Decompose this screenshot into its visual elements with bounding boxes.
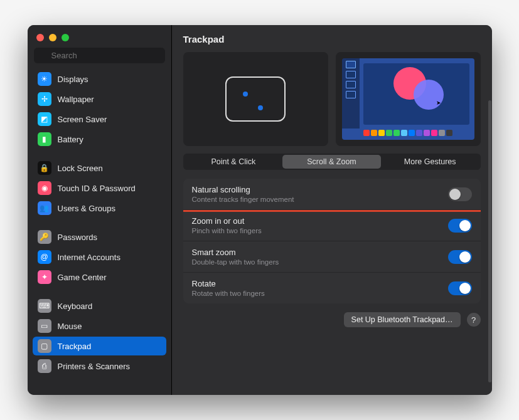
trackpad-preview <box>183 52 328 146</box>
preview-sidebar <box>342 58 360 129</box>
sidebar-item-wallpaper[interactable]: ✢Wallpaper <box>33 90 166 108</box>
scrollbar[interactable] <box>488 100 491 382</box>
setting-title: Rotate <box>192 279 265 288</box>
tabs: Point & ClickScroll & ZoomMore Gestures <box>183 154 481 170</box>
sidebar-item-lock-screen[interactable]: 🔒Lock Screen <box>33 159 166 177</box>
touch-id-password-icon: ◉ <box>38 181 51 195</box>
toggle-knob <box>459 251 471 263</box>
setting-title: Zoom in or out <box>192 216 262 226</box>
color-swatch <box>424 130 430 136</box>
displays-icon: ☀ <box>38 72 51 86</box>
sidebar-item-label: Screen Saver <box>58 115 107 124</box>
printers-scanners-icon: ⎙ <box>38 359 51 373</box>
color-swatch <box>446 130 452 136</box>
color-swatch <box>363 130 370 136</box>
trackpad-icon: ▢ <box>38 339 51 353</box>
color-swatch <box>409 130 415 136</box>
preview-row: ➤ <box>183 52 481 146</box>
setting-row-zoom-in-or-out: Zoom in or outPinch with two fingers <box>183 210 481 241</box>
footer: Set Up Bluetooth Trackpad… ? <box>183 312 481 327</box>
sidebar-item-keyboard[interactable]: ⌨Keyboard <box>33 297 166 315</box>
sidebar-item-mouse[interactable]: ▭Mouse <box>33 317 166 335</box>
toggle-rotate[interactable] <box>448 281 472 295</box>
color-swatch <box>393 130 400 136</box>
color-swatch <box>439 130 445 136</box>
sidebar-item-trackpad[interactable]: ▢Trackpad <box>33 337 166 355</box>
trackpad-outline-icon <box>225 76 286 122</box>
sidebar-item-passwords[interactable]: 🔑Passwords <box>33 228 166 246</box>
sidebar-item-label: Users & Groups <box>58 204 115 213</box>
sidebar-item-label: Lock Screen <box>58 164 103 173</box>
sidebar-item-label: Passwords <box>58 233 98 242</box>
gesture-preview: ➤ <box>336 52 481 146</box>
setting-subtitle: Double-tap with two fingers <box>192 258 279 266</box>
setup-bluetooth-button[interactable]: Set Up Bluetooth Trackpad… <box>344 312 461 327</box>
sidebar-item-label: Mouse <box>58 322 82 331</box>
main-panel: Trackpad ➤ <box>172 25 492 395</box>
search-input[interactable] <box>34 48 165 63</box>
color-swatch <box>371 130 377 136</box>
sidebar-item-label: Displays <box>58 75 88 84</box>
sidebar-item-label: Keyboard <box>58 302 93 311</box>
sidebar-item-internet-accounts[interactable]: @Internet Accounts <box>33 248 166 266</box>
finger-dot-icon <box>258 105 263 110</box>
color-swatch <box>386 130 392 136</box>
color-swatches <box>342 130 474 139</box>
setting-row-smart-zoom: Smart zoomDouble-tap with two fingers <box>183 241 481 273</box>
sidebar-item-battery[interactable]: ▮Battery <box>33 130 166 149</box>
tab-point-click[interactable]: Point & Click <box>185 155 283 169</box>
tab-more-gestures[interactable]: More Gestures <box>381 155 479 169</box>
toggle-smart-zoom[interactable] <box>448 250 472 264</box>
keyboard-icon: ⌨ <box>38 299 51 313</box>
color-swatch <box>416 130 422 136</box>
sidebar-item-label: Wallpaper <box>58 95 94 104</box>
sidebar-item-screen-saver[interactable]: ◩Screen Saver <box>33 110 166 129</box>
sidebar-item-label: Game Center <box>58 273 107 282</box>
color-swatch <box>401 130 407 136</box>
game-center-icon: ✦ <box>38 270 51 284</box>
preview-canvas: ➤ <box>363 63 469 125</box>
setting-row-natural-scrolling: Natural scrollingContent tracks finger m… <box>183 179 481 210</box>
setting-subtitle: Content tracks finger movement <box>192 196 294 203</box>
sidebar-item-touch-id-password[interactable]: ◉Touch ID & Password <box>33 179 166 197</box>
minimize-button[interactable] <box>49 34 56 41</box>
fullscreen-button[interactable] <box>62 34 69 41</box>
setting-subtitle: Rotate with two fingers <box>192 290 265 297</box>
screen-saver-icon: ◩ <box>38 112 51 126</box>
toggle-natural-scrolling[interactable] <box>448 187 472 201</box>
toggle-knob <box>449 189 461 200</box>
sidebar-item-label: Internet Accounts <box>58 253 120 262</box>
setting-title: Smart zoom <box>192 248 279 257</box>
sidebar-nav[interactable]: ☀Displays✢Wallpaper◩Screen Saver▮Battery… <box>28 68 171 395</box>
sidebar-item-users-groups[interactable]: 👥Users & Groups <box>33 199 166 218</box>
passwords-icon: 🔑 <box>38 230 51 244</box>
page-title: Trackpad <box>183 34 481 45</box>
finger-dot-icon <box>243 92 248 97</box>
search-wrap <box>28 48 171 68</box>
users-groups-icon: 👥 <box>38 201 51 215</box>
mouse-icon: ▭ <box>38 319 51 333</box>
window-controls <box>28 31 171 48</box>
help-button[interactable]: ? <box>467 313 481 327</box>
sidebar-item-game-center[interactable]: ✦Game Center <box>33 268 166 286</box>
sidebar-item-label: Printers & Scanners <box>58 362 131 371</box>
sidebar-item-label: Touch ID & Password <box>58 184 136 193</box>
toggle-knob <box>459 283 471 294</box>
toggle-zoom-in-or-out[interactable] <box>448 219 472 233</box>
sidebar-item-label: Trackpad <box>58 342 92 351</box>
sidebar-item-printers-scanners[interactable]: ⎙Printers & Scanners <box>33 357 166 375</box>
tab-scroll-zoom[interactable]: Scroll & Zoom <box>282 155 381 169</box>
toggle-knob <box>459 220 471 231</box>
desktop-preview: ➤ <box>342 58 474 140</box>
sidebar-item-displays[interactable]: ☀Displays <box>33 70 166 88</box>
battery-icon: ▮ <box>38 132 51 146</box>
color-swatch <box>431 130 437 136</box>
color-swatch <box>378 130 385 136</box>
lock-screen-icon: 🔒 <box>38 161 51 175</box>
wallpaper-icon: ✢ <box>38 92 51 106</box>
close-button[interactable] <box>36 34 44 41</box>
setting-row-rotate: RotateRotate with two fingers <box>183 273 481 303</box>
settings-window: ☀Displays✢Wallpaper◩Screen Saver▮Battery… <box>28 25 492 395</box>
cursor-icon: ➤ <box>436 100 441 106</box>
sidebar-item-label: Battery <box>58 135 83 144</box>
